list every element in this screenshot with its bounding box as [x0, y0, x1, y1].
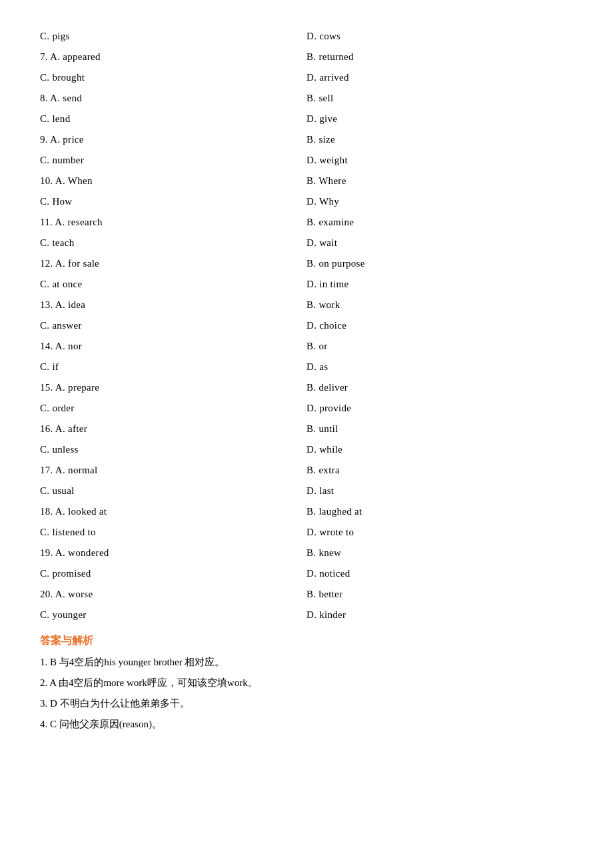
answer-option-right: B. examine: [306, 213, 573, 232]
answer-option-left: 11. A. research: [40, 213, 306, 232]
answer-option-left: C. teach: [40, 233, 306, 253]
question-row: 16. A. afterB. until: [40, 419, 573, 439]
question-row: 13. A. ideaB. work: [40, 295, 573, 315]
answer-option-left: 16. A. after: [40, 419, 306, 439]
answer-option-right: B. deliver: [306, 378, 573, 397]
answer-option-right: D. in time: [306, 275, 573, 294]
answer-option-right: D. provide: [306, 399, 573, 418]
answer-option-right: B. extra: [306, 461, 573, 480]
answer-option-left: C. pigs: [40, 27, 306, 46]
question-row: 12. A. for saleB. on purpose: [40, 254, 573, 273]
answer-list: 1. B 与4空后的his younger brother 相对应。2. A 由…: [40, 653, 573, 733]
answer-option-left: 18. A. looked at: [40, 502, 306, 521]
answer-option-right: D. choice: [306, 316, 573, 335]
answer-option-right: B. laughed at: [306, 502, 573, 521]
question-row: C. broughtD. arrived: [40, 68, 573, 87]
answer-option-left: 13. A. idea: [40, 295, 306, 315]
question-row: 20. A. worseB. better: [40, 585, 573, 604]
answer-option-right: B. returned: [306, 47, 573, 67]
question-row: 15. A. prepareB. deliver: [40, 378, 573, 397]
answer-option-left: 17. A. normal: [40, 461, 306, 480]
answer-option-right: B. work: [306, 295, 573, 315]
answer-option-right: B. until: [306, 419, 573, 439]
question-row: C. usualD. last: [40, 481, 573, 501]
question-row: 11. A. researchB. examine: [40, 213, 573, 232]
question-row: 8. A. sendB. sell: [40, 89, 573, 108]
section-title: 答案与解析: [40, 634, 573, 648]
question-row: C. teachD. wait: [40, 233, 573, 253]
answer-option-left: C. unless: [40, 440, 306, 459]
answer-option-right: D. arrived: [306, 68, 573, 87]
question-row: C. promisedD. noticed: [40, 564, 573, 583]
answer-option-left: C. younger: [40, 605, 306, 625]
answer-option-right: B. on purpose: [306, 254, 573, 273]
answer-option-right: D. wrote to: [306, 523, 573, 542]
question-row: C. answerD. choice: [40, 316, 573, 335]
answer-option-left: 12. A. for sale: [40, 254, 306, 273]
answer-option-right: B. size: [306, 130, 573, 149]
question-row: C. listened toD. wrote to: [40, 523, 573, 542]
answer-option-left: 19. A. wondered: [40, 543, 306, 563]
answer-option-left: C. number: [40, 151, 306, 170]
answer-option-left: C. if: [40, 357, 306, 377]
answer-option-left: 9. A. price: [40, 130, 306, 149]
question-row: 17. A. normalB. extra: [40, 461, 573, 480]
answer-item: 3. D 不明白为什么让他弟弟多干。: [40, 695, 573, 713]
question-row: 14. A. norB. or: [40, 337, 573, 356]
answer-option-left: C. listened to: [40, 523, 306, 542]
question-row: C. youngerD. kinder: [40, 605, 573, 625]
question-row: C. pigsD. cows: [40, 27, 573, 46]
answer-option-right: D. noticed: [306, 564, 573, 583]
answer-option-right: D. last: [306, 481, 573, 501]
question-row: C. numberD. weight: [40, 151, 573, 170]
answer-option-left: C. brought: [40, 68, 306, 87]
answer-option-left: 15. A. prepare: [40, 378, 306, 397]
answer-option-right: D. Why: [306, 192, 573, 211]
question-row: 9. A. priceB. size: [40, 130, 573, 149]
answer-option-left: 10. A. When: [40, 171, 306, 191]
answer-option-left: 14. A. nor: [40, 337, 306, 356]
answer-item: 2. A 由4空后的more work呼应，可知该空填work。: [40, 674, 573, 692]
answer-option-right: D. while: [306, 440, 573, 459]
question-row: C. orderD. provide: [40, 399, 573, 418]
question-row: C. ifD. as: [40, 357, 573, 377]
answer-option-right: B. better: [306, 585, 573, 604]
question-row: 18. A. looked atB. laughed at: [40, 502, 573, 521]
answer-option-right: D. weight: [306, 151, 573, 170]
answer-option-left: C. lend: [40, 109, 306, 129]
question-row: C. HowD. Why: [40, 192, 573, 211]
answer-option-left: C. promised: [40, 564, 306, 583]
question-list: C. pigsD. cows7. A. appearedB. returnedC…: [40, 27, 573, 625]
answer-option-left: 20. A. worse: [40, 585, 306, 604]
answer-option-right: B. Where: [306, 171, 573, 191]
question-row: C. unlessD. while: [40, 440, 573, 459]
question-row: C. lendD. give: [40, 109, 573, 129]
answer-option-left: C. usual: [40, 481, 306, 501]
answer-item: 1. B 与4空后的his younger brother 相对应。: [40, 653, 573, 671]
answer-option-right: D. as: [306, 357, 573, 377]
answer-option-left: 7. A. appeared: [40, 47, 306, 67]
answer-option-right: D. give: [306, 109, 573, 129]
question-row: 10. A. WhenB. Where: [40, 171, 573, 191]
answer-option-left: C. order: [40, 399, 306, 418]
question-row: 7. A. appearedB. returned: [40, 47, 573, 67]
question-row: 19. A. wonderedB. knew: [40, 543, 573, 563]
answer-option-right: D. cows: [306, 27, 573, 46]
answer-option-right: D. kinder: [306, 605, 573, 625]
answer-option-right: D. wait: [306, 233, 573, 253]
answer-option-left: C. at once: [40, 275, 306, 294]
answer-option-right: B. sell: [306, 89, 573, 108]
question-row: C. at onceD. in time: [40, 275, 573, 294]
answer-option-right: B. knew: [306, 543, 573, 563]
answer-option-left: C. answer: [40, 316, 306, 335]
answer-option-left: 8. A. send: [40, 89, 306, 108]
answer-option-left: C. How: [40, 192, 306, 211]
answer-item: 4. C 问他父亲原因(reason)。: [40, 715, 573, 733]
answer-option-right: B. or: [306, 337, 573, 356]
